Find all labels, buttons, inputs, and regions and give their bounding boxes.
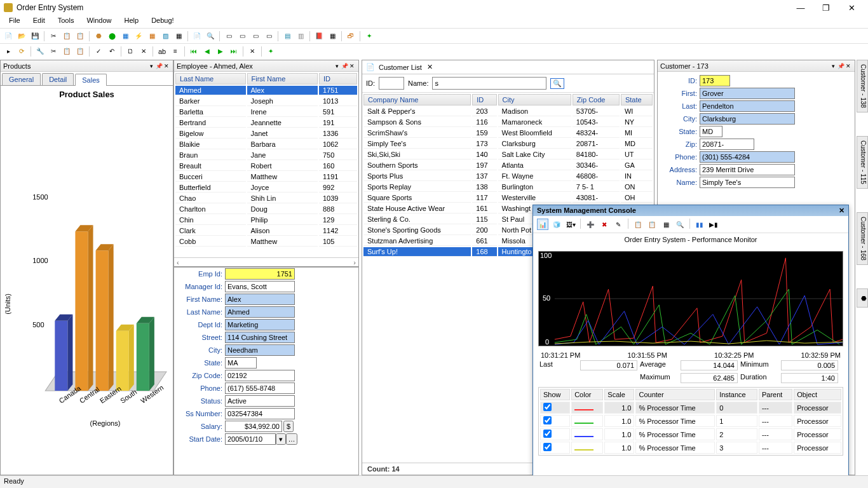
menu-tools[interactable]: Tools bbox=[51, 15, 81, 28]
show-checkbox[interactable] bbox=[543, 403, 552, 411]
toolbar-btn[interactable]: 🧊 bbox=[551, 219, 562, 230]
table-row[interactable]: BraunJane750 bbox=[175, 151, 357, 160]
toolbar-btn[interactable]: ▥ bbox=[295, 30, 306, 42]
input-status[interactable] bbox=[225, 395, 295, 407]
toolbar-btn[interactable]: 📋 bbox=[74, 30, 86, 42]
table-row[interactable]: BlaikieBarbara1062 bbox=[175, 140, 357, 149]
table-row[interactable]: BucceriMatthew1191 bbox=[175, 172, 357, 182]
input-manager_id[interactable] bbox=[225, 281, 295, 292]
input-emp_id[interactable] bbox=[225, 268, 295, 280]
table-row[interactable]: ChinPhilip129 bbox=[175, 215, 357, 225]
show-checkbox[interactable] bbox=[543, 430, 552, 438]
toolbar-btn[interactable]: 📋 bbox=[74, 46, 86, 57]
toolbar-btn[interactable]: ⚡ bbox=[133, 30, 144, 42]
table-row[interactable]: Sports Replay138Burlington7 5- 1ON bbox=[363, 182, 653, 192]
table-row[interactable]: Sampson & Sons116Mamaroneck10543-NY bbox=[363, 118, 653, 127]
currency-button[interactable]: $ bbox=[283, 421, 294, 432]
table-row[interactable]: BreaultRobert160 bbox=[175, 161, 357, 171]
counter-row[interactable]: 1.0% Processor Time3---Processor bbox=[540, 442, 841, 454]
menu-window[interactable]: Window bbox=[80, 15, 118, 28]
input-city[interactable] bbox=[700, 113, 795, 125]
table-row[interactable]: ChaoShih Lin1039 bbox=[175, 194, 357, 203]
toolbar-btn[interactable]: ▨ bbox=[159, 30, 171, 42]
toolbar-btn[interactable]: ↶ bbox=[106, 46, 118, 57]
paste-icon[interactable]: 📋 bbox=[646, 219, 658, 230]
counter-grid[interactable]: ShowColorScaleCounterInstanceParentObjec… bbox=[538, 387, 843, 456]
toolbar-btn[interactable]: ▶ bbox=[215, 46, 226, 57]
pin-icon[interactable]: ▾ bbox=[147, 63, 155, 69]
close-icon[interactable]: ✕ bbox=[163, 63, 170, 69]
pin-icon[interactable]: 📌 bbox=[155, 63, 163, 69]
toolbar-btn[interactable]: ⟳ bbox=[16, 46, 27, 57]
horizontal-scrollbar[interactable]: ‹› bbox=[174, 257, 358, 266]
toolbar-btn[interactable]: ✦ bbox=[265, 46, 276, 57]
input-name[interactable] bbox=[700, 177, 795, 188]
input-ss[interactable] bbox=[225, 408, 295, 419]
input-state[interactable] bbox=[700, 126, 722, 137]
toolbar-btn[interactable]: 📕 bbox=[313, 30, 325, 42]
toolbar-btn[interactable]: ▭ bbox=[250, 30, 261, 42]
input-zip[interactable] bbox=[700, 139, 754, 150]
close-icon[interactable]: ✕ bbox=[844, 63, 852, 69]
toolbar-btn[interactable]: ▦ bbox=[119, 30, 131, 42]
toolbar-btn[interactable]: 📂 bbox=[16, 30, 27, 42]
tab-detail[interactable]: Detail bbox=[42, 73, 74, 85]
toolbar-btn[interactable]: 📊 bbox=[537, 219, 548, 230]
input-street[interactable] bbox=[225, 332, 295, 343]
tab-general[interactable]: General bbox=[2, 73, 41, 85]
dock-tab[interactable]: Customer - 115 bbox=[857, 136, 868, 189]
toolbar-btn[interactable]: ⏭ bbox=[228, 46, 240, 57]
table-row[interactable]: ScrimShaw's159West Bloomfield48324-MI bbox=[363, 128, 653, 138]
edit-icon[interactable]: ✎ bbox=[613, 219, 624, 230]
input-last_name[interactable] bbox=[225, 306, 295, 318]
toolbar-btn[interactable]: ✓ bbox=[93, 46, 104, 57]
pin-icon[interactable]: 📌 bbox=[341, 63, 348, 69]
toolbar-btn[interactable]: ⏮ bbox=[188, 46, 200, 57]
table-row[interactable]: Sports Plus137Ft. Wayne46808-IN bbox=[363, 172, 653, 181]
table-row[interactable]: BarkerJoseph1013 bbox=[175, 97, 357, 106]
dock-tab-icon[interactable]: ⬣ bbox=[857, 288, 868, 308]
menu-debug![interactable]: Debug! bbox=[145, 15, 180, 28]
table-row[interactable]: BigelowJanet1336 bbox=[175, 129, 357, 139]
input-first_name[interactable] bbox=[225, 294, 295, 305]
table-row[interactable]: BertrandJeannette191 bbox=[175, 118, 357, 128]
toolbar-btn[interactable]: ⬤ bbox=[106, 30, 118, 42]
toolbar-btn[interactable]: ▭ bbox=[223, 30, 234, 42]
input-first[interactable] bbox=[700, 88, 795, 99]
counter-row[interactable]: 1.0% Processor Time0---Processor bbox=[540, 402, 841, 414]
toolbar-btn[interactable]: ▭ bbox=[236, 30, 248, 42]
toolbar-btn[interactable]: ≡ bbox=[170, 46, 181, 57]
close-icon[interactable]: ✕ bbox=[839, 207, 844, 215]
pin-icon[interactable]: 📌 bbox=[837, 63, 844, 69]
toolbar-btn[interactable]: 🗗 bbox=[345, 30, 356, 42]
counter-row[interactable]: 1.0% Processor Time1---Processor bbox=[540, 415, 841, 427]
table-row[interactable]: Salt & Pepper's203Madison53705-WI bbox=[363, 107, 653, 116]
toolbar-btn[interactable]: 🔧 bbox=[34, 46, 46, 57]
input-phone[interactable] bbox=[225, 383, 295, 394]
minimize-button[interactable]: — bbox=[788, 3, 813, 13]
toolbar-btn[interactable]: ✦ bbox=[363, 30, 375, 42]
dock-tab[interactable]: Customer - 168 bbox=[857, 212, 868, 265]
table-row[interactable]: CharltonDoug888 bbox=[175, 205, 357, 214]
copy-icon[interactable]: 📋 bbox=[632, 219, 644, 230]
table-row[interactable]: Square Sports117Westerville43081-OH bbox=[363, 193, 653, 203]
toolbar-btn[interactable]: ✂ bbox=[48, 30, 59, 42]
table-row[interactable]: AhmedAlex1751 bbox=[175, 86, 357, 95]
employee-grid[interactable]: Last NameFirst NameID AhmedAlex1751Barke… bbox=[174, 72, 358, 248]
pin-icon[interactable]: ▾ bbox=[829, 63, 837, 69]
toolbar-btn[interactable]: ▸ bbox=[3, 46, 14, 57]
input-dept_id[interactable] bbox=[225, 319, 295, 330]
input-start_date[interactable] bbox=[225, 433, 276, 445]
table-row[interactable]: ClarkAlison1142 bbox=[175, 226, 357, 236]
step-icon[interactable]: ▶▮ bbox=[708, 219, 719, 230]
toolbar-btn[interactable]: ✂ bbox=[48, 46, 59, 57]
menu-edit[interactable]: Edit bbox=[27, 15, 51, 28]
date-dropdown[interactable]: ▾ bbox=[276, 433, 286, 445]
close-button[interactable]: ✕ bbox=[839, 3, 864, 13]
toolbar-btn[interactable]: 💾 bbox=[29, 30, 41, 42]
table-row[interactable]: ButterfieldJoyce992 bbox=[175, 183, 357, 193]
pause-icon[interactable]: ▮▮ bbox=[694, 219, 705, 230]
input-salary[interactable] bbox=[225, 421, 282, 432]
toolbar-btn[interactable]: 📄 bbox=[191, 30, 203, 42]
date-picker[interactable]: … bbox=[286, 433, 297, 445]
